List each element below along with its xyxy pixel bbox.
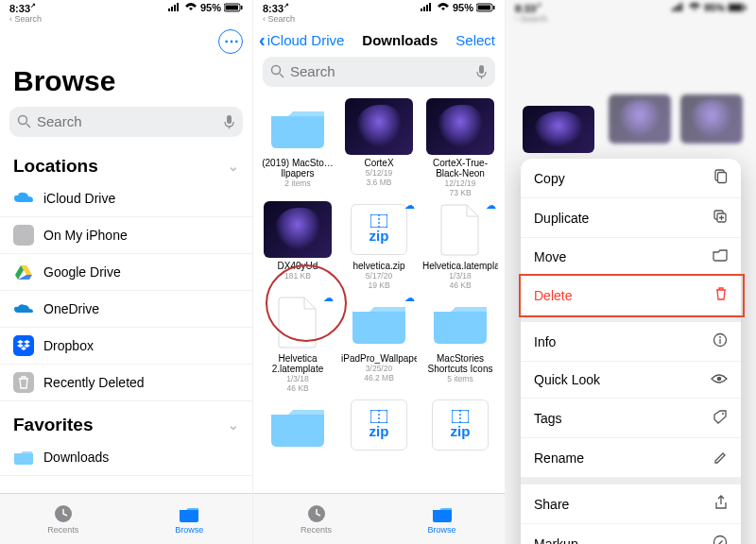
menu-item-share[interactable]: Share (521, 478, 741, 524)
breadcrumb[interactable]: Search (0, 14, 252, 26)
grid-item[interactable] (259, 397, 336, 456)
breadcrumb[interactable]: Search (253, 14, 505, 26)
locations-header-row[interactable]: Locations ⌄ (0, 143, 252, 180)
tab-recents[interactable]: Recents (253, 494, 379, 544)
svg-rect-20 (421, 8, 422, 11)
cloud-download-icon: ☁︎ (404, 199, 415, 212)
file-meta: 19 KB (368, 280, 389, 290)
svg-rect-29 (479, 65, 484, 74)
sidebar-item-onedrive[interactable]: OneDrive (0, 291, 252, 328)
svg-rect-44 (730, 6, 743, 10)
grid-item[interactable]: CorteX5/12/193.6 MB (340, 98, 418, 197)
file-name: Helvetica.latemplate (422, 261, 498, 271)
trash-icon (13, 372, 34, 393)
sidebar-item-oniphone[interactable]: On My iPhone (0, 217, 252, 254)
menu-item-label: Quick Look (534, 372, 600, 387)
context-menu-screen: 8:33↗ 95% Search CopyDuplicateMoveDelete… (505, 0, 756, 544)
grid-item[interactable]: zip (340, 397, 418, 456)
file-meta: 2 items (284, 178, 310, 188)
page-title: Browse (0, 65, 252, 105)
grid-item[interactable]: zip (421, 397, 499, 456)
file-name: (2019) MacSto…llpapers (260, 158, 335, 178)
grid-item[interactable]: CorteX-True-Black-Neon12/12/1973 KB (421, 98, 499, 197)
svg-point-7 (19, 116, 27, 125)
search-icon (270, 64, 284, 78)
search-bar[interactable] (9, 107, 243, 137)
back-button[interactable]: ‹iCloud Drive (259, 29, 344, 51)
eye-icon (711, 372, 728, 387)
svg-rect-6 (241, 6, 243, 9)
grid-item[interactable]: ☁︎Helvetica.latemplate1/3/1846 KB (421, 201, 499, 290)
more-button[interactable]: ⋯ (218, 29, 243, 54)
tab-bar: Recents Browse (253, 493, 505, 544)
favorites-header-row[interactable]: Favorites ⌄ (0, 401, 252, 439)
search-input[interactable] (290, 63, 470, 79)
sidebar-item-icloud[interactable]: iCloud Drive (0, 180, 252, 217)
copy-icon (713, 169, 728, 187)
grid-item[interactable]: ☁︎iPadPro_Wallpaper3/25/2046.2 MB (340, 294, 418, 393)
trash-icon (714, 286, 728, 304)
grid-item[interactable]: DX40yUd181 KB (259, 201, 336, 290)
cloud-download-icon: ☁︎ (486, 199, 496, 212)
battery-pct: 95% (453, 2, 473, 13)
menu-item-move[interactable]: Move (521, 238, 741, 276)
svg-rect-42 (680, 3, 682, 11)
menu-item-label: Copy (534, 171, 565, 186)
menu-item-quick-look[interactable]: Quick Look (521, 362, 741, 399)
menu-item-delete[interactable]: Delete (521, 276, 741, 315)
grid-item[interactable]: MacStories Shortcuts Icons5 items (421, 294, 499, 393)
search-bar[interactable] (263, 57, 495, 87)
downloads-folder-screen: 8:33↗ 95% Search ‹iCloud Drive Downloads… (252, 0, 505, 544)
grid-item[interactable]: zip☁︎helvetica.zip5/17/2019 KB (340, 201, 418, 290)
svg-marker-17 (24, 344, 30, 348)
tab-recents[interactable]: Recents (0, 494, 127, 544)
svg-marker-18 (21, 347, 26, 350)
menu-item-markup[interactable]: Markup (521, 524, 741, 544)
svg-rect-1 (171, 7, 173, 11)
file-name: Helvetica 2.latemplate (260, 353, 335, 374)
svg-marker-14 (17, 340, 24, 344)
chevron-down-icon: ⌄ (228, 417, 239, 433)
menu-item-label: Tags (534, 411, 562, 426)
search-icon (17, 114, 31, 128)
tag-icon (713, 409, 728, 427)
cellular-icon (168, 3, 181, 12)
tab-browse[interactable]: Browse (127, 494, 253, 544)
markup-icon (713, 535, 728, 544)
svg-rect-2 (174, 5, 176, 11)
icloud-icon (13, 188, 34, 209)
search-input[interactable] (37, 113, 217, 129)
file-meta: 46 KB (286, 383, 308, 393)
dropbox-icon (13, 335, 34, 356)
svg-marker-16 (17, 344, 24, 348)
favorite-downloads[interactable]: Downloads (0, 439, 252, 476)
svg-rect-26 (493, 6, 495, 9)
context-menu: CopyDuplicateMoveDeleteInfoQuick LookTag… (521, 159, 741, 544)
locations-list: iCloud Drive On My iPhone Google Drive O… (0, 180, 252, 401)
status-time: 8:33↗ (263, 2, 289, 14)
file-name: MacStories Shortcuts Icons (422, 353, 498, 374)
tab-browse[interactable]: Browse (379, 494, 505, 544)
grid-item[interactable]: (2019) MacSto…llpapers2 items (259, 98, 336, 197)
select-button[interactable]: Select (455, 32, 495, 48)
grid-item[interactable]: ☁︎Helvetica 2.latemplate1/3/1846 KB (259, 294, 336, 393)
svg-rect-25 (478, 6, 491, 10)
sidebar-item-gdrive[interactable]: Google Drive (0, 254, 252, 291)
browse-root-screen: 8:33↗ 95% Search ⋯ Browse Locations ⌄ iC… (0, 0, 252, 544)
status-bar: 8:33↗ 95% (0, 0, 252, 14)
wifi-icon (437, 3, 450, 12)
svg-rect-32 (370, 214, 387, 228)
svg-rect-39 (672, 8, 674, 11)
menu-item-tags[interactable]: Tags (521, 399, 741, 438)
file-meta: 73 KB (449, 188, 471, 197)
menu-item-info[interactable]: Info (521, 315, 741, 362)
sidebar-item-recently-deleted[interactable]: Recently Deleted (0, 365, 252, 401)
menu-item-rename[interactable]: Rename (521, 438, 741, 478)
favorites-list: Downloads (0, 439, 252, 476)
svg-rect-47 (718, 173, 727, 183)
battery-icon (224, 3, 243, 12)
menu-item-duplicate[interactable]: Duplicate (521, 198, 741, 238)
menu-item-copy[interactable]: Copy (521, 159, 741, 198)
sidebar-item-dropbox[interactable]: Dropbox (0, 328, 252, 365)
svg-line-8 (26, 124, 30, 128)
